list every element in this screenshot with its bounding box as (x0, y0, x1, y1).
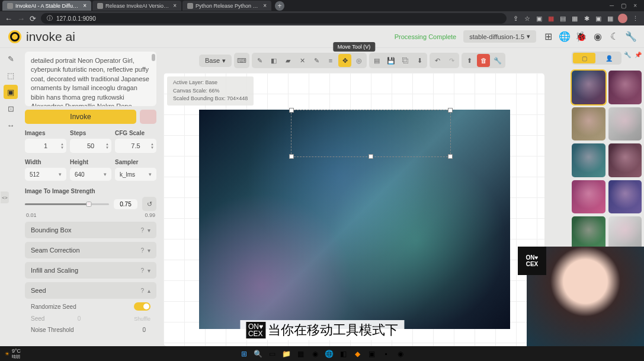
move-tool-icon[interactable]: ✥ (338, 54, 351, 67)
colorpicker-tool-icon[interactable]: ✎ (310, 54, 323, 67)
ext-icon[interactable]: ▦ (547, 14, 555, 23)
delete-icon[interactable]: 🗑 (477, 54, 490, 67)
settings-icon[interactable]: 🔧 (626, 32, 636, 41)
gallery-images-tab-icon[interactable]: ▢ (573, 53, 595, 63)
cancel-button[interactable] (140, 110, 156, 124)
close-icon[interactable]: × (173, 2, 177, 9)
explorer-icon[interactable]: 📁 (281, 349, 292, 359)
gallery-thumb[interactable] (572, 71, 605, 104)
prompt-input[interactable]: detailed portrait Neon Operator Girl, cy… (25, 52, 156, 106)
images-input[interactable]: 1▲▼ (25, 139, 66, 153)
layer-select[interactable]: Base▾ (199, 55, 232, 67)
weather-widget[interactable]: ☀9°C晴朗 (5, 348, 21, 360)
shield-icon[interactable]: ▣ (535, 14, 543, 23)
upload-icon[interactable]: ⬆ (463, 54, 476, 67)
infill-scaling-accordion[interactable]: Infill and Scaling?▾ (25, 262, 156, 279)
new-tab-button[interactable]: + (275, 1, 284, 11)
gallery-thumb[interactable] (608, 180, 642, 214)
app-icon[interactable]: ◉ (310, 349, 321, 359)
app-icon[interactable]: ◉ (395, 349, 406, 359)
gallery-thumb[interactable] (608, 107, 642, 141)
height-select[interactable]: 640 (70, 168, 111, 181)
brush-tool-icon[interactable]: ✎ (253, 54, 266, 67)
randomize-seed-toggle[interactable] (134, 302, 150, 311)
bug-icon[interactable]: 🐞 (576, 32, 586, 41)
help-icon[interactable]: ? (140, 227, 144, 234)
browser-tab[interactable]: Python Release Python 3.10.6 | Python...… (182, 1, 271, 11)
gallery-thumb[interactable] (608, 216, 642, 250)
terminal-icon[interactable]: ▪ (381, 349, 392, 359)
help-icon[interactable]: ? (140, 267, 144, 274)
bounding-box-accordion[interactable]: Bounding Box?▾ (25, 222, 156, 238)
link-icon[interactable]: ⌨ (235, 54, 248, 67)
maximize-icon[interactable]: ▢ (621, 2, 626, 9)
gallery-pin-icon[interactable]: 📌 (635, 52, 642, 68)
app-icon[interactable]: ◧ (338, 349, 349, 359)
avatar-icon[interactable] (618, 14, 627, 23)
globe-icon[interactable]: 🌐 (560, 32, 569, 41)
reload-icon[interactable]: ⟳ (30, 14, 36, 23)
app-icon[interactable]: ◆ (353, 349, 363, 359)
app-icon[interactable]: ▣ (367, 349, 377, 359)
ext-icon[interactable]: ▦ (571, 14, 579, 23)
nodes-tab-icon[interactable]: ⊡ (4, 101, 18, 116)
menu-icon[interactable]: ⋮ (631, 14, 639, 23)
task-view-icon[interactable]: ▭ (267, 349, 278, 359)
txt2img-tab-icon[interactable]: ✎ (4, 52, 18, 66)
close-icon[interactable]: × (83, 2, 86, 9)
target-icon[interactable]: ◎ (353, 54, 366, 67)
lines-icon[interactable]: ≡ (324, 54, 337, 67)
img2img-tab-icon[interactable]: ⬚ (4, 68, 18, 82)
save-icon[interactable]: 💾 (385, 54, 398, 67)
ext-icon[interactable]: ▦ (606, 14, 614, 23)
search-icon[interactable]: 🔍 (253, 349, 264, 359)
width-select[interactable]: 512 (25, 168, 66, 181)
gallery-thumb[interactable] (608, 143, 642, 177)
noise-threshold-value[interactable]: 0 (142, 327, 146, 333)
help-icon[interactable]: ? (140, 287, 144, 294)
gallery-thumb[interactable] (572, 143, 605, 177)
browser-tab[interactable]: Release InvokeAI Version 2.1.3 · A Stab.… (92, 1, 181, 11)
code-tab-icon[interactable]: <> (1, 191, 9, 203)
seed-accordion[interactable]: Seed?▴ (25, 282, 156, 299)
edge-icon[interactable]: 🌐 (324, 349, 335, 359)
wrench-icon[interactable]: 🔧 (491, 54, 504, 67)
start-icon[interactable]: ⊞ (239, 349, 249, 359)
download-icon[interactable]: ⬇ (413, 54, 426, 67)
ext-icon[interactable]: ▣ (594, 14, 603, 23)
share-icon[interactable]: ⇪ (511, 14, 520, 23)
cfg-input[interactable]: 7.5▲▼ (115, 139, 156, 153)
back-icon[interactable]: ← (5, 14, 12, 23)
reset-strength-button[interactable]: ↺ (142, 197, 156, 211)
close-icon[interactable]: × (263, 2, 267, 9)
forward-icon[interactable]: → (17, 14, 25, 23)
eraser-tool-icon[interactable]: ◧ (267, 54, 280, 67)
star-icon[interactable]: ☆ (523, 14, 531, 23)
theme-icon[interactable]: ☾ (610, 32, 619, 41)
unified-canvas-tab-icon[interactable]: ▣ (4, 85, 18, 99)
fill-tool-icon[interactable]: ▰ (281, 54, 294, 67)
seam-correction-accordion[interactable]: Seam Correction?▾ (25, 242, 156, 258)
strength-value-input[interactable]: 0.75 (114, 199, 137, 209)
clear-tool-icon[interactable]: ✕ (296, 54, 309, 67)
undo-icon[interactable]: ↶ (431, 54, 444, 67)
postprocess-tab-icon[interactable]: ↔ (4, 118, 18, 132)
ext-icon[interactable]: ✱ (582, 14, 591, 23)
gallery-settings-icon[interactable]: 🔧 (624, 52, 631, 68)
redo-icon[interactable]: ↷ (445, 54, 458, 67)
bounding-box[interactable] (291, 110, 451, 157)
grid-icon[interactable]: ⊞ (543, 32, 553, 41)
gallery-thumb[interactable] (572, 216, 605, 250)
seed-input[interactable] (78, 315, 101, 322)
github-icon[interactable]: ◉ (593, 32, 603, 41)
shuffle-button[interactable]: Shuffle (134, 316, 150, 322)
gallery-thumb[interactable] (572, 180, 605, 214)
help-icon[interactable]: ? (140, 247, 144, 254)
copy-icon[interactable]: ⿻ (399, 54, 412, 67)
browser-tab[interactable]: InvokeAI - A Stable Diffusion Toolkit× (2, 1, 91, 11)
close-window-icon[interactable]: × (633, 2, 637, 9)
layers-icon[interactable]: ▤ (370, 54, 383, 67)
sampler-select[interactable]: k_lms (115, 168, 156, 181)
url-input[interactable]: ⓘ127.0.0.1:9090 (41, 13, 507, 24)
gallery-user-tab-icon[interactable]: 👤 (598, 53, 620, 63)
